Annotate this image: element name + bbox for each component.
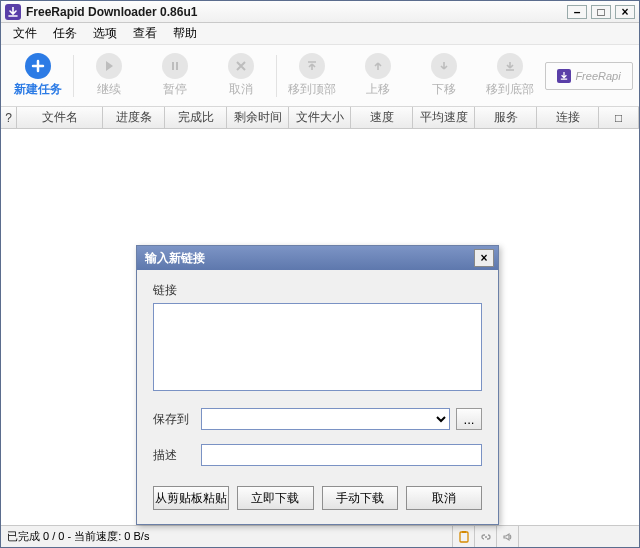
move-bottom-button[interactable]: 移到底部 [479, 53, 541, 98]
link-icon[interactable] [475, 526, 497, 547]
menu-options[interactable]: 选项 [85, 23, 125, 44]
menu-tasks[interactable]: 任务 [45, 23, 85, 44]
dialog-cancel-button[interactable]: 取消 [406, 486, 482, 510]
dialog-titlebar[interactable]: 输入新链接 × [137, 246, 498, 270]
close-button[interactable]: × [615, 5, 635, 19]
save-to-select[interactable] [201, 408, 450, 430]
col-marker[interactable]: ? [1, 107, 17, 128]
app-icon [557, 69, 571, 83]
add-links-dialog: 输入新链接 × 链接 保存到 ... 描述 [136, 245, 499, 525]
minimize-button[interactable]: – [567, 5, 587, 19]
links-textarea[interactable] [153, 303, 482, 391]
statusbar: 已完成 0 / 0 - 当前速度: 0 B/s [1, 525, 639, 547]
brand-text: FreeRapi [575, 70, 620, 82]
window-title: FreeRapid Downloader 0.86u1 [26, 5, 567, 19]
links-label: 链接 [153, 282, 482, 299]
col-progress[interactable]: 进度条 [103, 107, 165, 128]
col-filename[interactable]: 文件名 [17, 107, 103, 128]
pause-icon [162, 53, 188, 79]
col-service[interactable]: 服务 [475, 107, 537, 128]
move-top-button[interactable]: 移到顶部 [281, 53, 343, 98]
status-text: 已完成 0 / 0 - 当前速度: 0 B/s [1, 526, 453, 547]
col-tail[interactable]: □ [599, 107, 639, 128]
cancel-icon [228, 53, 254, 79]
paste-from-clipboard-button[interactable]: 从剪贴板粘贴 [153, 486, 229, 510]
app-icon [5, 4, 21, 20]
maximize-button[interactable]: □ [591, 5, 611, 19]
titlebar: FreeRapid Downloader 0.86u1 – □ × [1, 1, 639, 23]
browse-button[interactable]: ... [456, 408, 482, 430]
brand-box[interactable]: FreeRapi [545, 62, 633, 90]
toolbar-separator [73, 55, 74, 97]
col-avgspeed[interactable]: 平均速度 [413, 107, 475, 128]
window-controls: – □ × [567, 5, 635, 19]
menu-view[interactable]: 查看 [125, 23, 165, 44]
menu-file[interactable]: 文件 [5, 23, 45, 44]
up-icon [365, 53, 391, 79]
plus-icon [25, 53, 51, 79]
new-task-button[interactable]: 新建任务 [7, 53, 69, 98]
play-icon [96, 53, 122, 79]
menubar: 文件 任务 选项 查看 帮助 [1, 23, 639, 45]
move-up-button[interactable]: 上移 [347, 53, 409, 98]
dialog-title: 输入新链接 [145, 250, 474, 267]
table-body: 输入新链接 × 链接 保存到 ... 描述 [1, 129, 639, 525]
download-manual-button[interactable]: 手动下载 [322, 486, 398, 510]
top-icon [299, 53, 325, 79]
down-icon [431, 53, 457, 79]
col-speed[interactable]: 速度 [351, 107, 413, 128]
app-window: FreeRapid Downloader 0.86u1 – □ × 文件 任务 … [0, 0, 640, 548]
description-input[interactable] [201, 444, 482, 466]
cancel-button[interactable]: 取消 [210, 53, 272, 98]
col-conn[interactable]: 连接 [537, 107, 599, 128]
dialog-close-button[interactable]: × [474, 249, 494, 267]
move-down-button[interactable]: 下移 [413, 53, 475, 98]
toolbar: 新建任务 继续 暂停 取消 移到顶部 上移 下移 移到底部 [1, 45, 639, 107]
clipboard-monitor-icon[interactable] [453, 526, 475, 547]
sound-icon[interactable] [497, 526, 519, 547]
toolbar-separator [276, 55, 277, 97]
col-percent[interactable]: 完成比 [165, 107, 227, 128]
menu-help[interactable]: 帮助 [165, 23, 205, 44]
description-label: 描述 [153, 447, 195, 464]
resume-button[interactable]: 继续 [78, 53, 140, 98]
bottom-icon [497, 53, 523, 79]
svg-rect-0 [460, 532, 468, 542]
table-header: ? 文件名 进度条 完成比 剩余时间 文件大小 速度 平均速度 服务 连接 □ [1, 107, 639, 129]
col-eta[interactable]: 剩余时间 [227, 107, 289, 128]
save-to-label: 保存到 [153, 411, 195, 428]
col-size[interactable]: 文件大小 [289, 107, 351, 128]
download-now-button[interactable]: 立即下载 [237, 486, 313, 510]
pause-button[interactable]: 暂停 [144, 53, 206, 98]
svg-rect-1 [462, 531, 466, 533]
